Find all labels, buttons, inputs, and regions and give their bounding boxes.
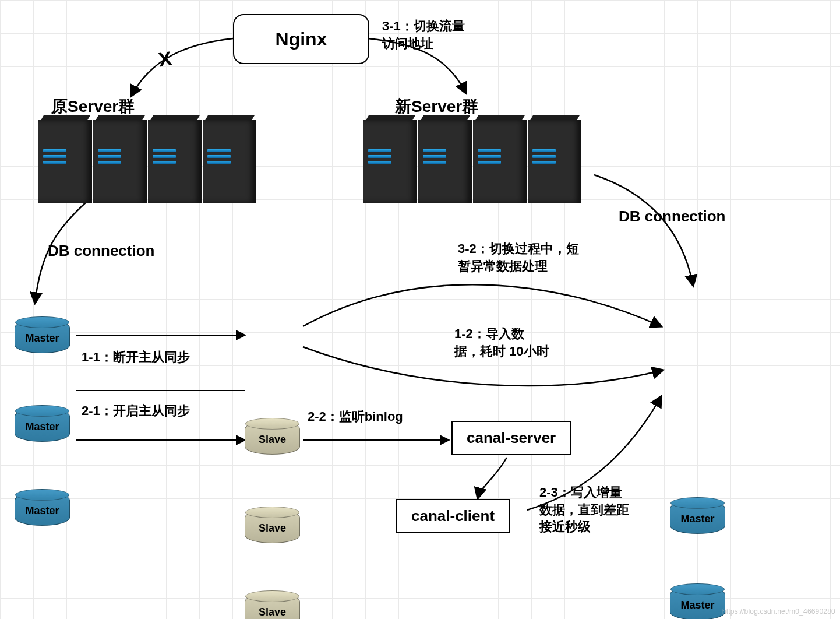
db-master-right-1: Master: [670, 500, 725, 534]
db-master-left-2: Master: [15, 408, 70, 442]
server-icon: [525, 115, 584, 203]
edge-2-1-label: 2-1：开启主从同步: [82, 402, 190, 420]
new-cluster-title: 新Server群: [395, 96, 478, 118]
server-icon: [416, 115, 474, 203]
server-icon: [361, 115, 419, 203]
db-label: Slave: [259, 606, 286, 618]
edge-1-1-label: 1-1：断开主从同步: [82, 349, 190, 366]
watermark: https://blog.csdn.net/m0_46690280: [722, 607, 835, 616]
nginx-label: Nginx: [276, 29, 327, 50]
db-label: Master: [680, 599, 714, 611]
cross-mark: X: [157, 47, 173, 72]
canal-server-node: canal-server: [451, 421, 571, 455]
db-label: Slave: [259, 522, 286, 534]
server-icon: [36, 115, 94, 203]
nginx-node: Nginx: [233, 14, 369, 64]
db-slave-1: Slave: [245, 421, 300, 455]
edge-3-1-label: 3-1：切换流量 访问地址: [382, 17, 465, 52]
db-slave-2: Slave: [245, 509, 300, 543]
server-icon: [146, 115, 204, 203]
old-server-group: [36, 115, 255, 203]
db-label: Slave: [259, 434, 286, 446]
db-connection-left-label: DB connection: [48, 241, 154, 261]
server-icon: [91, 115, 149, 203]
old-cluster-title: 原Server群: [51, 96, 135, 118]
db-master-left-3: Master: [15, 492, 70, 526]
db-label: Master: [25, 505, 59, 517]
db-label: Master: [25, 332, 59, 344]
edge-1-2-label: 1-2：导入数 据，耗时 10小时: [454, 325, 549, 360]
db-master-right-2: Master: [670, 586, 725, 619]
db-label: Master: [680, 513, 714, 525]
edge-2-3-label: 2-3：写入增量 数据，直到差距 接近秒级: [539, 484, 629, 536]
db-label: Master: [25, 421, 59, 433]
db-connection-right-label: DB connection: [619, 206, 725, 227]
db-master-left-1: Master: [15, 319, 70, 353]
server-icon: [200, 115, 259, 203]
canal-server-label: canal-server: [467, 429, 556, 447]
db-slave-3: Slave: [245, 593, 300, 619]
edge-3-2-label: 3-2：切换过程中，短 暂异常数据处理: [458, 240, 579, 275]
new-server-group: [361, 115, 580, 203]
edge-2-2-label: 2-2：监听binlog: [308, 408, 403, 425]
canal-client-node: canal-client: [396, 499, 510, 533]
canal-client-label: canal-client: [411, 507, 495, 525]
server-icon: [471, 115, 529, 203]
